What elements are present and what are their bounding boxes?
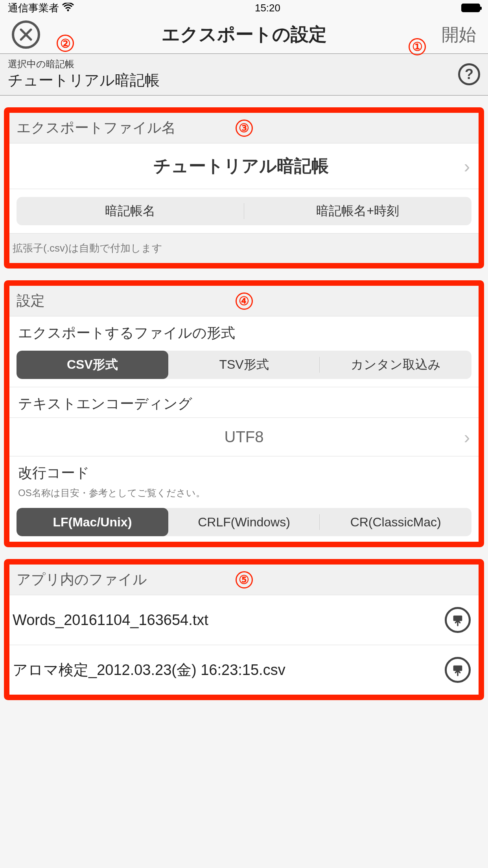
- close-button[interactable]: ②: [12, 20, 40, 49]
- section-files-header: アプリ内のファイル ⑤: [9, 565, 479, 595]
- selected-label: 選択中の暗記帳: [8, 58, 458, 70]
- seg-name-only[interactable]: 暗記帳名: [17, 197, 244, 225]
- wifi-icon: [62, 2, 74, 14]
- marker-1: ①: [409, 38, 426, 55]
- encoding-value: UTF8: [18, 428, 470, 446]
- upload-icon: [451, 663, 464, 677]
- filename-segment: 暗記帳名 暗記帳名+時刻: [17, 197, 471, 225]
- section-filename-header: エクスポートファイル名 ③: [9, 113, 479, 143]
- status-bar: 通信事業者 15:20: [0, 0, 488, 16]
- encoding-row[interactable]: UTF8 ›: [9, 417, 479, 456]
- newline-segment: LF(Mac/Unix) CRLF(Windows) CR(ClassicMac…: [17, 508, 471, 536]
- chevron-icon: ›: [464, 427, 470, 448]
- marker-5: ⑤: [236, 571, 253, 588]
- filename-note: 拡張子(.csv)は自動で付加します: [9, 234, 479, 263]
- filename-seg-row: 暗記帳名 暗記帳名+時刻: [9, 189, 479, 234]
- section-files-title: アプリ内のファイル: [17, 571, 147, 587]
- file-row[interactable]: アロマ検定_2012.03.23(金) 16:23:15.csv: [9, 645, 479, 695]
- file-name: Words_20161104_163654.txt: [13, 612, 445, 629]
- encoding-label: テキストエンコーディング: [9, 387, 479, 417]
- newline-seg-row: LF(Mac/Unix) CRLF(Windows) CR(ClassicMac…: [9, 504, 479, 542]
- file-name: アロマ検定_2012.03.23(金) 16:23:15.csv: [13, 660, 445, 680]
- upload-button[interactable]: [445, 657, 471, 683]
- seg-tsv[interactable]: TSV形式: [168, 351, 320, 379]
- start-button[interactable]: 開始 ①: [442, 23, 476, 46]
- newline-sublabel: OS名称は目安・参考としてご覧ください。: [9, 487, 479, 504]
- format-label: エクスポートするファイルの形式: [9, 316, 479, 347]
- nav-bar: ② エクスポートの設定 開始 ①: [0, 16, 488, 53]
- section-filename: エクスポートファイル名 ③ チュートリアル暗記帳 › 暗記帳名 暗記帳名+時刻 …: [4, 107, 484, 268]
- section-settings-title: 設定: [17, 292, 45, 309]
- status-time: 15:20: [74, 2, 461, 14]
- format-segment: CSV形式 TSV形式 カンタン取込み: [17, 351, 471, 379]
- page-title: エクスポートの設定: [162, 22, 327, 47]
- sub-header: 選択中の暗記帳 チュートリアル暗記帳 ?: [0, 53, 488, 96]
- svg-point-0: [67, 9, 69, 11]
- chevron-icon: ›: [464, 156, 470, 177]
- selected-value: チュートリアル暗記帳: [8, 70, 458, 90]
- file-row[interactable]: Words_20161104_163654.txt: [9, 595, 479, 645]
- marker-3: ③: [236, 120, 253, 137]
- newline-label: 改行コード: [9, 456, 479, 487]
- seg-cr[interactable]: CR(ClassicMac): [320, 508, 471, 536]
- start-label: 開始: [442, 25, 476, 44]
- filename-value: チュートリアル暗記帳: [18, 154, 464, 178]
- section-settings: 設定 ④ エクスポートするファイルの形式 CSV形式 TSV形式 カンタン取込み…: [4, 280, 484, 547]
- marker-2: ②: [57, 35, 74, 52]
- section-filename-title: エクスポートファイル名: [17, 120, 176, 136]
- filename-row[interactable]: チュートリアル暗記帳 ›: [9, 143, 479, 189]
- upload-button[interactable]: [445, 607, 471, 633]
- seg-kantan[interactable]: カンタン取込み: [320, 351, 471, 379]
- seg-csv[interactable]: CSV形式: [17, 351, 168, 379]
- battery-icon: [461, 4, 480, 12]
- seg-lf[interactable]: LF(Mac/Unix): [17, 508, 168, 536]
- section-files: アプリ内のファイル ⑤ Words_20161104_163654.txt アロ…: [4, 559, 484, 700]
- seg-name-time[interactable]: 暗記帳名+時刻: [244, 197, 472, 225]
- close-icon: [18, 27, 33, 42]
- upload-icon: [451, 613, 464, 627]
- section-settings-header: 設定 ④: [9, 286, 479, 316]
- format-seg-row: CSV形式 TSV形式 カンタン取込み: [9, 347, 479, 387]
- carrier-label: 通信事業者: [8, 1, 59, 15]
- seg-crlf[interactable]: CRLF(Windows): [168, 508, 320, 536]
- marker-4: ④: [236, 292, 253, 310]
- help-button[interactable]: ?: [458, 63, 480, 85]
- help-icon: ?: [465, 66, 473, 83]
